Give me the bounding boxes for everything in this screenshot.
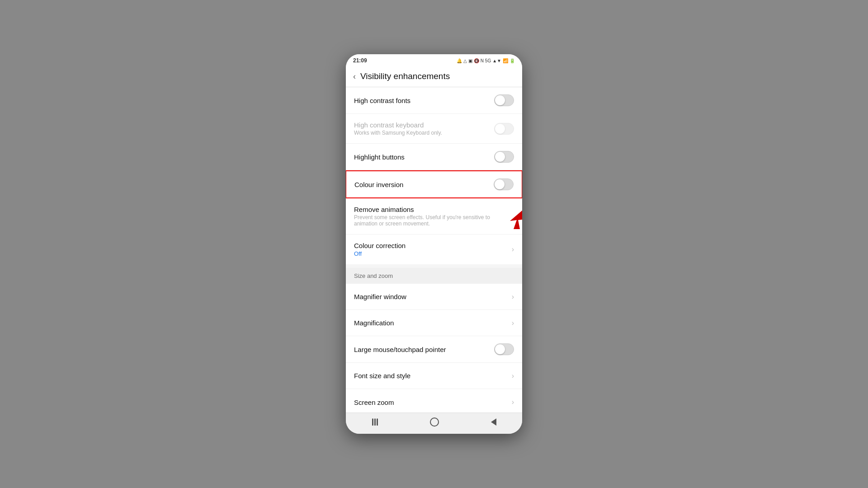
setting-label-high-contrast-fonts: High contrast fonts xyxy=(354,97,494,104)
chevron-right-icon-magnification: › xyxy=(512,319,514,327)
setting-colour-correction[interactable]: Colour correction Off › xyxy=(346,235,522,264)
setting-sublabel-remove-animations: Prevent some screen effects. Useful if y… xyxy=(354,214,494,227)
status-alert-icon: △ xyxy=(463,58,467,63)
setting-label-large-mouse-pointer: Large mouse/touchpad pointer xyxy=(354,346,494,353)
setting-screen-zoom[interactable]: Screen zoom › xyxy=(346,389,522,413)
page-title: Visibility enhancements xyxy=(360,71,450,81)
status-volume-icon: 🔇 xyxy=(474,58,479,63)
setting-remove-animations[interactable]: Remove animations Prevent some screen ef… xyxy=(346,198,522,235)
setting-magnifier-window[interactable]: Magnifier window › xyxy=(346,284,522,310)
setting-sublabel-high-contrast-keyboard: Works with Samsung Keyboard only. xyxy=(354,130,494,136)
status-time: 21:09 xyxy=(353,57,367,64)
setting-large-mouse-pointer[interactable]: Large mouse/touchpad pointer xyxy=(346,336,522,363)
settings-content: High contrast fonts High contrast keyboa… xyxy=(346,87,522,413)
setting-text-high-contrast-fonts: High contrast fonts xyxy=(354,97,494,104)
status-bar: 21:09 🔔 △ ▣ 🔇 N 5G ▲▼ 📶 🔋 xyxy=(346,54,522,67)
chevron-right-icon-zoom: › xyxy=(512,398,514,406)
nav-bar xyxy=(346,413,522,434)
setting-label-colour-inversion: Colour inversion xyxy=(354,181,494,188)
setting-text-colour-inversion: Colour inversion xyxy=(354,181,494,188)
status-signal-icon: ▲▼ xyxy=(492,58,501,63)
status-nfc-icon: N xyxy=(481,58,484,63)
setting-label-highlight-buttons: Highlight buttons xyxy=(354,153,494,161)
toggle-high-contrast-fonts[interactable] xyxy=(494,94,514,106)
phone-frame: 21:09 🔔 △ ▣ 🔇 N 5G ▲▼ 📶 🔋 ‹ Visibility e… xyxy=(346,54,522,434)
setting-high-contrast-keyboard: High contrast keyboard Works with Samsun… xyxy=(346,114,522,144)
setting-magnification[interactable]: Magnification › xyxy=(346,310,522,336)
setting-value-colour-correction: Off xyxy=(354,250,512,257)
back-button[interactable]: ‹ xyxy=(353,72,356,81)
setting-high-contrast-fonts[interactable]: High contrast fonts xyxy=(346,87,522,114)
setting-label-magnification: Magnification xyxy=(354,319,512,327)
toggle-high-contrast-keyboard xyxy=(494,123,514,135)
status-wifi-icon: 📶 xyxy=(503,58,508,63)
status-security-icon: ▣ xyxy=(468,58,472,63)
setting-label-colour-correction: Colour correction xyxy=(354,242,512,249)
chevron-right-icon: › xyxy=(512,245,514,253)
toggle-colour-inversion[interactable] xyxy=(494,178,514,190)
setting-text-font-size-style: Font size and style xyxy=(354,372,512,380)
size-zoom-group: Magnifier window › Magnification › Large… xyxy=(346,284,522,413)
setting-text-remove-animations: Remove animations Prevent some screen ef… xyxy=(354,206,494,227)
setting-label-screen-zoom: Screen zoom xyxy=(354,399,512,406)
setting-font-size-style[interactable]: Font size and style › xyxy=(346,363,522,389)
nav-menu-button[interactable] xyxy=(372,418,378,426)
setting-text-highlight-buttons: Highlight buttons xyxy=(354,153,494,161)
nav-back-button[interactable] xyxy=(491,418,496,426)
setting-colour-inversion[interactable]: Colour inversion xyxy=(346,170,522,198)
status-notification-icon: 🔔 xyxy=(457,58,462,63)
setting-text-colour-correction: Colour correction Off xyxy=(354,242,512,257)
chevron-right-icon-font: › xyxy=(512,372,514,380)
setting-text-magnifier-window: Magnifier window xyxy=(354,293,512,300)
toggle-large-mouse-pointer[interactable] xyxy=(494,343,514,355)
status-battery-icon: 🔋 xyxy=(509,58,515,63)
visibility-group: High contrast fonts High contrast keyboa… xyxy=(346,87,522,264)
setting-text-high-contrast-keyboard: High contrast keyboard Works with Samsun… xyxy=(354,121,494,136)
nav-home-button[interactable] xyxy=(430,418,439,427)
setting-text-screen-zoom: Screen zoom xyxy=(354,399,512,406)
toggle-highlight-buttons[interactable] xyxy=(494,151,514,163)
chevron-right-icon-magnifier: › xyxy=(512,293,514,301)
header: ‹ Visibility enhancements xyxy=(346,67,522,87)
status-5g-icon: 5G xyxy=(485,58,491,63)
setting-text-magnification: Magnification xyxy=(354,319,512,327)
setting-text-large-mouse-pointer: Large mouse/touchpad pointer xyxy=(354,346,494,353)
setting-label-high-contrast-keyboard: High contrast keyboard xyxy=(354,121,494,129)
status-icons: 🔔 △ ▣ 🔇 N 5G ▲▼ 📶 🔋 xyxy=(457,58,515,63)
size-zoom-section-header: Size and zoom xyxy=(346,268,522,284)
setting-label-font-size-style: Font size and style xyxy=(354,372,512,380)
setting-highlight-buttons[interactable]: Highlight buttons xyxy=(346,144,522,170)
setting-label-magnifier-window: Magnifier window xyxy=(354,293,512,300)
setting-label-remove-animations: Remove animations xyxy=(354,206,494,213)
